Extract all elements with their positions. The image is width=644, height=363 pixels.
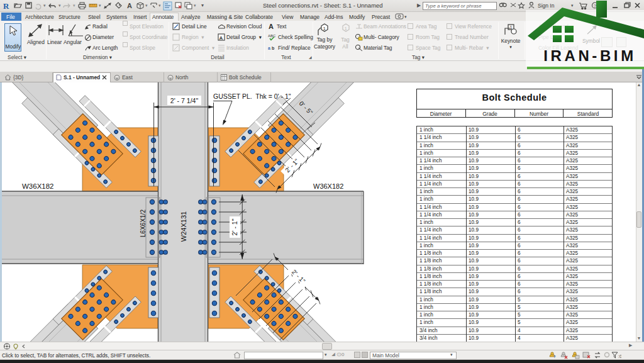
svg-text::0: :0	[618, 354, 621, 359]
svg-text:▾: ▾	[73, 3, 75, 8]
svg-text:▾: ▾	[43, 3, 46, 8]
svg-text:▾: ▾	[99, 3, 101, 8]
svg-text:R: R	[3, 1, 9, 11]
svg-text:▾: ▾	[404, 14, 407, 19]
svg-text:A: A	[219, 35, 223, 41]
svg-text:b: b	[272, 46, 274, 50]
svg-text:W36X182: W36X182	[22, 182, 54, 190]
svg-text:L6X6X1/2: L6X6X1/2	[140, 209, 147, 237]
svg-text:1: 1	[510, 25, 513, 30]
svg-text:1: 1	[345, 26, 348, 31]
svg-text:A: A	[127, 2, 132, 9]
svg-text:a: a	[268, 46, 270, 50]
svg-text:W36X182: W36X182	[313, 182, 343, 190]
svg-text:▾: ▾	[201, 3, 204, 8]
svg-text:▾: ▾	[194, 3, 196, 8]
svg-text:▾: ▾	[58, 3, 61, 8]
svg-text:ABC: ABC	[268, 34, 276, 38]
svg-text:2' - 1": 2' - 1"	[231, 218, 238, 235]
svg-text:GUSSET PL. Thk = 0' - 1": GUSSET PL. Thk = 0' - 1"	[213, 92, 291, 100]
svg-text:2' - 7 1/4": 2' - 7 1/4"	[170, 97, 199, 104]
svg-text:▾: ▾	[158, 3, 161, 8]
svg-text:▾: ▾	[145, 3, 148, 8]
svg-text:1: 1	[323, 26, 326, 31]
svg-text:W24X131: W24X131	[180, 211, 187, 242]
svg-text:?: ?	[553, 355, 556, 359]
